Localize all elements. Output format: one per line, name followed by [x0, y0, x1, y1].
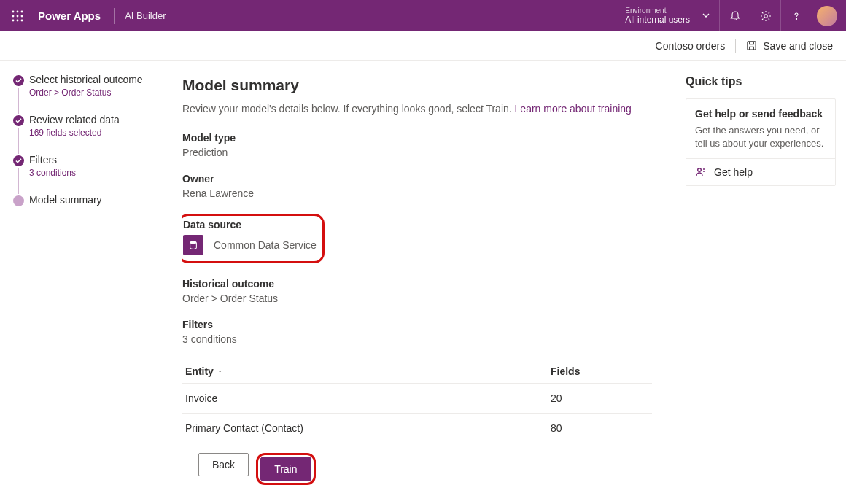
data-source-label: Data source	[183, 219, 317, 230]
back-button[interactable]: Back	[198, 453, 249, 476]
entity-cell: Primary Contact (Contact)	[182, 414, 548, 443]
column-header-entity[interactable]: Entity↑	[182, 360, 548, 384]
settings-gear-icon[interactable]	[750, 0, 780, 31]
tip-body: Get the answers you need, or tell us abo…	[686, 123, 835, 158]
intro-text: Review your model's details below. If ev…	[182, 103, 652, 115]
historical-outcome-value: Order > Order Status	[182, 292, 652, 304]
svg-point-7	[17, 19, 19, 21]
table-row[interactable]: Invoice 20	[182, 384, 652, 414]
step-subtitle: Order > Order Status	[29, 88, 157, 98]
annotation-data-source: Data source Common Data Service	[182, 214, 325, 263]
notifications-icon[interactable]	[719, 0, 750, 31]
sort-ascending-icon: ↑	[218, 368, 222, 376]
page-title: Model summary	[182, 77, 652, 94]
step-title: Review related data	[29, 114, 157, 125]
top-app-bar: Power Apps AI Builder Environment All in…	[0, 0, 846, 31]
filters-label: Filters	[182, 319, 652, 330]
environment-value: All internal users	[625, 15, 690, 25]
main-panel: Model summary Review your model's detail…	[166, 61, 677, 504]
owner-value: Rena Lawrence	[182, 187, 652, 199]
owner-label: Owner	[182, 173, 652, 185]
user-avatar[interactable]	[817, 6, 837, 26]
filters-value: 3 conditions	[182, 333, 652, 345]
step-subtitle: 3 conditions	[29, 168, 157, 178]
step-title: Model summary	[29, 194, 157, 206]
footer-buttons: Back Train	[182, 443, 656, 495]
svg-point-12	[190, 241, 197, 244]
svg-point-8	[21, 19, 23, 21]
svg-point-5	[21, 15, 23, 17]
app-launcher-icon[interactable]	[6, 4, 29, 28]
svg-point-1	[17, 10, 19, 12]
step-title: Filters	[29, 154, 157, 166]
svg-point-3	[12, 15, 15, 17]
chevron-down-icon	[702, 9, 710, 23]
environment-picker[interactable]: Environment All internal users	[616, 0, 719, 31]
breadcrumb[interactable]: Contoso orders	[656, 40, 726, 52]
svg-point-0	[12, 10, 15, 12]
step-complete-icon	[13, 115, 24, 126]
column-header-fields[interactable]: Fields	[548, 360, 652, 384]
step-review-related-data[interactable]: Review related data 169 fields selected	[13, 114, 157, 138]
fields-cell: 20	[548, 384, 652, 414]
learn-more-link[interactable]: Learn more about training	[515, 103, 632, 115]
entity-cell: Invoice	[182, 384, 548, 414]
divider	[735, 39, 736, 53]
model-type-label: Model type	[182, 132, 652, 144]
historical-outcome-label: Historical outcome	[182, 278, 652, 290]
steps-sidebar: Select historical outcome Order > Order …	[0, 61, 166, 504]
quick-tips-heading: Quick tips	[686, 75, 836, 88]
tip-title: Get help or send feedback	[686, 99, 835, 123]
step-complete-icon	[13, 155, 24, 166]
svg-point-9	[764, 14, 767, 17]
step-title: Select historical outcome	[29, 74, 157, 85]
svg-point-2	[21, 10, 23, 12]
svg-point-4	[17, 15, 19, 17]
svg-point-13	[698, 168, 702, 172]
sub-brand[interactable]: AI Builder	[125, 10, 166, 21]
help-person-icon	[695, 166, 707, 178]
annotation-train: Train	[256, 453, 315, 485]
get-help-link[interactable]: Get help	[686, 158, 835, 185]
step-subtitle: 169 fields selected	[29, 128, 157, 138]
divider	[114, 8, 115, 24]
fields-cell: 80	[548, 414, 652, 443]
step-filters[interactable]: Filters 3 conditions	[13, 154, 157, 178]
save-and-close-button[interactable]: Save and close	[746, 40, 833, 52]
help-icon[interactable]	[780, 0, 811, 31]
model-type-value: Prediction	[182, 147, 652, 158]
data-source-icon	[183, 235, 203, 255]
environment-label: Environment	[625, 7, 690, 15]
train-button[interactable]: Train	[260, 457, 311, 481]
step-complete-icon	[13, 75, 24, 86]
brand-title[interactable]: Power Apps	[38, 9, 101, 22]
step-current-icon	[13, 195, 24, 206]
svg-rect-11	[748, 42, 756, 50]
quick-tips-panel: Quick tips Get help or send feedback Get…	[677, 61, 846, 504]
command-bar: Contoso orders Save and close	[0, 31, 846, 61]
svg-point-10	[796, 18, 796, 19]
table-row[interactable]: Primary Contact (Contact) 80	[182, 414, 652, 443]
svg-point-6	[12, 19, 15, 21]
tip-card: Get help or send feedback Get the answer…	[686, 98, 836, 186]
data-source-value: Common Data Service	[214, 239, 317, 251]
save-close-label: Save and close	[763, 40, 833, 52]
entity-fields-table: Entity↑ Fields Invoice 20 Primary Contac…	[182, 360, 652, 443]
step-select-historical-outcome[interactable]: Select historical outcome Order > Order …	[13, 74, 157, 98]
save-icon	[746, 40, 757, 51]
step-model-summary[interactable]: Model summary	[13, 194, 157, 206]
